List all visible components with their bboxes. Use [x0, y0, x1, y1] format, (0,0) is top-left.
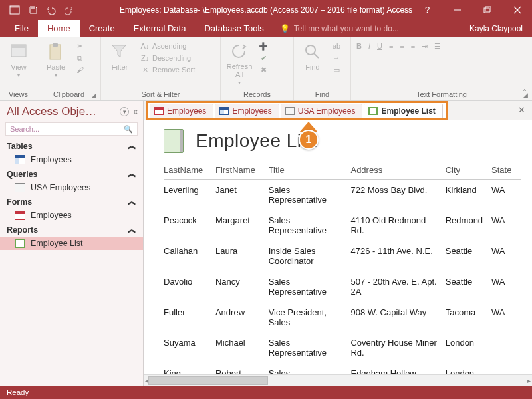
- view-button[interactable]: View ▾: [4, 39, 33, 78]
- document-tabs: Employees Employees USA Employees Employ…: [144, 101, 532, 120]
- table-row[interactable]: LeverlingJanetSales Representative722 Mo…: [164, 180, 521, 211]
- doctab-table-employees[interactable]: Employees: [150, 104, 213, 118]
- cell-ti: Sales Representative: [269, 271, 351, 302]
- refresh-all-button[interactable]: Refresh All ▾: [225, 39, 254, 86]
- filter-button[interactable]: Filter: [105, 39, 134, 75]
- nav-dropdown-icon[interactable]: ▾: [120, 107, 129, 116]
- table-row[interactable]: DavolioNancySales Representative507 - 20…: [164, 271, 521, 302]
- paste-button[interactable]: Paste ▾: [41, 39, 70, 78]
- ribbon: View ▾ Views Paste ▾ ✂ ⧉ 🖌 Clipboard◢ Fi…: [0, 37, 532, 101]
- nav-item-table-employees[interactable]: Employees: [0, 153, 143, 166]
- format-painter-button[interactable]: 🖌: [73, 65, 86, 75]
- scroll-thumb[interactable]: [148, 376, 268, 385]
- report-icon: [15, 239, 25, 248]
- callout-number: 1: [299, 130, 319, 150]
- cell-ad: Coventry House Miner Rd.: [350, 332, 445, 363]
- nav-item-report-employee-list[interactable]: Employee List: [0, 237, 143, 250]
- nav-group-tables[interactable]: Tables︽: [0, 138, 143, 153]
- indent-button[interactable]: ⇥: [422, 42, 428, 51]
- goto-button[interactable]: →: [330, 53, 343, 63]
- new-record-button[interactable]: ➕: [257, 41, 270, 51]
- cut-button[interactable]: ✂: [73, 41, 86, 51]
- align-right-button[interactable]: ≡: [411, 42, 415, 51]
- cell-ad: 4726 - 11th Ave. N.E.: [350, 241, 445, 271]
- nav-group-forms[interactable]: Forms︽: [0, 194, 143, 209]
- report-logo-icon: [164, 129, 184, 153]
- horizontal-scrollbar[interactable]: ◂ ▸: [144, 374, 532, 386]
- close-button[interactable]: [502, 0, 532, 19]
- italic-button[interactable]: I: [368, 42, 370, 51]
- table-row[interactable]: CallahanLauraInside Sales Coordinator472…: [164, 241, 521, 271]
- collapse-ribbon-icon[interactable]: ˄: [523, 88, 527, 98]
- clipboard-launcher-icon[interactable]: ◢: [92, 92, 96, 98]
- align-left-button[interactable]: ≡: [389, 42, 393, 51]
- navigation-pane: All Access Obje… ▾ « Search... 🔍 Tables︽…: [0, 101, 144, 386]
- cell-ad: 507 - 20th Ave. E. Apt. 2A: [350, 271, 445, 302]
- cell-ci: Tacoma: [446, 302, 491, 332]
- underline-button[interactable]: U: [377, 42, 382, 51]
- tab-database-tools[interactable]: Database Tools: [195, 20, 273, 37]
- tab-file[interactable]: File: [5, 20, 38, 37]
- cell-ci: Kirkland: [446, 180, 491, 211]
- signed-in-user[interactable]: Kayla Claypool: [469, 24, 523, 33]
- undo-icon[interactable]: [44, 3, 60, 17]
- tab-home[interactable]: Home: [38, 20, 80, 37]
- cell-ln: Callahan: [164, 241, 215, 271]
- nav-item-query-usa[interactable]: USA Employees: [0, 181, 143, 194]
- status-text: Ready: [7, 388, 29, 396]
- svg-point-12: [306, 45, 315, 55]
- col-address: Address: [350, 162, 445, 180]
- tell-me[interactable]: 💡 Tell me what you want to do...: [273, 21, 406, 37]
- sort-desc-button[interactable]: Z↓Descending: [138, 53, 213, 63]
- nav-header[interactable]: All Access Obje…: [7, 105, 96, 118]
- cell-st: WA: [491, 210, 521, 241]
- replace-button[interactable]: ab: [330, 41, 343, 51]
- cell-fn: Janet: [215, 180, 269, 211]
- minimize-button[interactable]: [442, 0, 472, 19]
- help-icon[interactable]: ?: [412, 0, 442, 19]
- report-view: Employee List 1 LastName FirstName Title…: [144, 120, 532, 374]
- table-row[interactable]: PeacockMargaretSales Representative4110 …: [164, 210, 521, 241]
- select-button[interactable]: ▭: [330, 65, 343, 75]
- nav-search-input[interactable]: Search... 🔍: [5, 122, 138, 136]
- table-row[interactable]: KingRobertSalesEdgeham HollowLondon: [164, 363, 521, 374]
- bold-button[interactable]: B: [356, 42, 362, 51]
- save-icon[interactable]: [25, 3, 41, 17]
- spelling-button[interactable]: ✔: [257, 53, 270, 63]
- nav-item-form-employees[interactable]: Employees: [0, 209, 143, 222]
- cell-st: [491, 332, 521, 363]
- form-icon: [154, 107, 164, 115]
- bullets-button[interactable]: ☰: [434, 42, 441, 51]
- tell-me-label: Tell me what you want to do...: [294, 24, 399, 33]
- delete-record-button[interactable]: ✖: [257, 65, 270, 75]
- align-center-button[interactable]: ≡: [400, 42, 404, 51]
- table-row[interactable]: FullerAndrewVice President, Sales908 W. …: [164, 302, 521, 332]
- cell-ln: King: [164, 363, 215, 374]
- tab-external-data[interactable]: External Data: [124, 20, 196, 37]
- nav-group-queries[interactable]: Queries︽: [0, 166, 143, 181]
- doctab-table-employees-2[interactable]: Employees: [215, 104, 279, 118]
- nav-group-reports[interactable]: Reports︽: [0, 222, 143, 237]
- redo-icon[interactable]: [63, 3, 78, 17]
- group-records: Records: [225, 89, 289, 100]
- shutter-bar-icon[interactable]: «: [133, 107, 138, 116]
- find-button[interactable]: Find: [298, 39, 327, 75]
- scroll-right-icon[interactable]: ▸: [527, 377, 531, 384]
- table-icon: [15, 155, 25, 164]
- cell-st: [491, 363, 521, 374]
- close-doc-icon[interactable]: ✕: [518, 105, 525, 115]
- cell-ti: Sales Representative: [269, 180, 351, 211]
- tab-create[interactable]: Create: [80, 20, 124, 37]
- cell-ci: Seattle: [446, 271, 491, 302]
- doctab-query-usa[interactable]: USA Employees: [281, 104, 363, 118]
- cell-st: WA: [491, 302, 521, 332]
- table-row[interactable]: SuyamaMichaelSales RepresentativeCoventr…: [164, 332, 521, 363]
- svg-rect-2: [31, 7, 35, 9]
- cell-ln: Peacock: [164, 210, 215, 241]
- sort-asc-button[interactable]: A↓Ascending: [138, 41, 213, 51]
- remove-sort-button[interactable]: ⨯Remove Sort: [138, 65, 213, 75]
- copy-button[interactable]: ⧉: [73, 53, 86, 63]
- restore-button[interactable]: [472, 0, 502, 19]
- doctab-report-employee-list[interactable]: Employee List: [364, 104, 442, 118]
- cell-ci: Seattle: [446, 241, 491, 271]
